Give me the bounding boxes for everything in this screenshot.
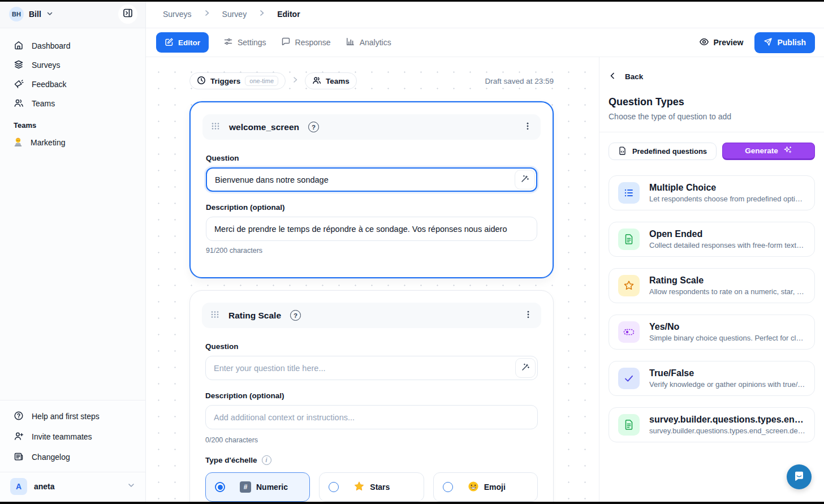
pencil-square-icon <box>165 37 174 48</box>
sidebar-item-label: Teams <box>32 99 55 108</box>
star-emoji-icon <box>353 481 365 494</box>
chevron-down-icon <box>46 9 53 19</box>
hash-keycap-icon: # <box>240 481 251 493</box>
type-card-rating-scale[interactable]: Rating Scale Allow respondents to rate o… <box>609 268 815 303</box>
support-chat-button[interactable] <box>787 464 812 489</box>
type-description: Verify knowledge or gather opinions with… <box>649 380 805 389</box>
triggers-button[interactable]: Triggers one-time <box>189 72 286 89</box>
kebab-menu-icon[interactable] <box>524 310 533 321</box>
scale-option-numeric[interactable]: # Numeric <box>205 472 310 502</box>
breadcrumb: Surveys Survey Editor <box>146 0 824 28</box>
sidebar-item-help[interactable]: Help and first steps <box>0 406 145 427</box>
sidebar-item-teams[interactable]: Teams <box>0 94 145 113</box>
tab-settings[interactable]: Settings <box>223 37 266 48</box>
tab-label: Response <box>295 38 331 47</box>
bar-chart-icon <box>346 37 355 48</box>
char-counter: 91/200 characters <box>206 247 537 255</box>
question-type-list: Multiple Choice Let respondents choose f… <box>599 160 824 442</box>
preview-label: Preview <box>714 38 744 47</box>
type-card-yes-no[interactable]: Yes/No Simple binary choice questions. P… <box>609 315 815 350</box>
preview-button[interactable]: Preview <box>699 37 744 49</box>
question-card-rating-scale[interactable]: Rating Scale ? Question <box>189 290 554 504</box>
drag-handle-icon[interactable] <box>211 122 220 133</box>
sidebar: BH Bill Dashboard <box>0 0 146 504</box>
collapse-sidebar-button[interactable] <box>118 5 137 24</box>
account-avatar: A <box>10 478 27 495</box>
smiley-emoji-icon <box>468 481 479 494</box>
sidebar-item-feedback[interactable]: Feedback <box>0 75 145 94</box>
tab-analytics[interactable]: Analytics <box>346 37 391 48</box>
scale-option-emoji[interactable]: Emoji <box>433 472 538 502</box>
panel-title: Question Types <box>609 96 815 108</box>
radio-icon <box>443 482 453 492</box>
help-icon: ? <box>290 310 301 321</box>
panel-toggle-icon <box>123 8 133 20</box>
toggle-icon <box>618 321 640 343</box>
draft-status: Draft saved at 23:59 <box>485 77 554 85</box>
question-types-panel: Back Question Types Choose the type of q… <box>599 57 824 504</box>
breadcrumb-survey[interactable]: Survey <box>222 10 247 19</box>
sidebar-item-changelog[interactable]: Changelog <box>0 447 145 467</box>
type-name: survey.builder.questions.types.end_scr..… <box>649 415 805 425</box>
ai-rewrite-button[interactable] <box>515 170 535 189</box>
tab-response[interactable]: Response <box>281 37 331 48</box>
type-name: Yes/No <box>649 322 805 332</box>
question-card-welcome-screen[interactable]: welcome_screen ? Question <box>189 101 554 278</box>
home-icon <box>14 40 24 52</box>
drag-handle-icon[interactable] <box>210 310 219 321</box>
type-description: Let respondents choose from predefined o… <box>649 195 805 203</box>
scale-option-label: Emoji <box>484 483 506 492</box>
question-description-input[interactable] <box>205 405 538 429</box>
check-icon <box>618 368 640 389</box>
question-title-input[interactable] <box>206 167 537 192</box>
kebab-menu-icon[interactable] <box>523 122 532 133</box>
description-field-label: Description (optional) <box>206 203 537 212</box>
users-icon <box>312 76 321 87</box>
question-card-header: Rating Scale ? <box>202 303 541 328</box>
back-button[interactable]: Back <box>609 72 643 81</box>
account-name: aneta <box>34 482 55 491</box>
sidebar-nav: Dashboard Surveys Feedback Teams <box>0 28 145 152</box>
sidebar-item-marketing-team[interactable]: Marketing <box>0 133 145 152</box>
list-icon <box>618 182 640 204</box>
chevron-right-icon <box>291 76 299 86</box>
chat-bubble-icon <box>281 37 291 48</box>
type-card-multiple-choice[interactable]: Multiple Choice Let respondents choose f… <box>609 175 815 210</box>
trigger-frequency-badge: one-time <box>245 76 278 86</box>
magic-wand-icon <box>520 174 529 185</box>
tab-label: Editor <box>178 38 200 47</box>
help-icon: ? <box>308 122 319 132</box>
technologist-emoji-icon <box>12 136 24 149</box>
account-switcher[interactable]: A aneta <box>0 472 145 499</box>
char-counter: 0/200 characters <box>205 436 538 444</box>
scale-option-label: Stars <box>370 483 390 492</box>
teams-pill-label: Teams <box>326 77 350 85</box>
ai-rewrite-button[interactable] <box>515 358 536 378</box>
sidebar-item-invite[interactable]: Invite teammates <box>0 427 145 447</box>
sidebar-item-surveys[interactable]: Surveys <box>0 55 145 75</box>
type-card-end-screen[interactable]: survey.builder.questions.types.end_scr..… <box>609 407 815 442</box>
generate-button[interactable]: Generate <box>722 143 815 160</box>
predefined-questions-button[interactable]: Predefined questions <box>609 143 717 160</box>
type-card-open-ended[interactable]: Open Ended Collect detailed responses wi… <box>609 222 815 257</box>
sidebar-item-dashboard[interactable]: Dashboard <box>0 36 145 55</box>
question-title-input[interactable] <box>205 356 538 380</box>
type-card-true-false[interactable]: True/False Verify knowledge or gather op… <box>609 361 815 396</box>
radio-selected-icon <box>215 482 225 492</box>
scale-option-stars[interactable]: Stars <box>319 472 424 502</box>
magic-wand-icon <box>521 363 530 373</box>
type-description: Simple binary choice questions. Perfect … <box>649 334 805 342</box>
type-name: Multiple Choice <box>649 183 805 193</box>
help-circle-icon <box>14 411 24 423</box>
sidebar-item-label: Invite teammates <box>32 432 92 441</box>
tab-editor[interactable]: Editor <box>156 32 209 53</box>
chevron-left-icon <box>609 72 616 81</box>
teams-button[interactable]: Teams <box>305 72 357 89</box>
workspace-switcher[interactable]: BH Bill <box>0 0 145 28</box>
file-text-icon <box>618 414 640 436</box>
question-field-label: Question <box>206 154 537 162</box>
breadcrumb-surveys[interactable]: Surveys <box>163 10 192 19</box>
question-description-input[interactable] <box>206 217 537 241</box>
publish-button[interactable]: Publish <box>754 32 815 53</box>
chevron-right-icon <box>258 9 266 19</box>
